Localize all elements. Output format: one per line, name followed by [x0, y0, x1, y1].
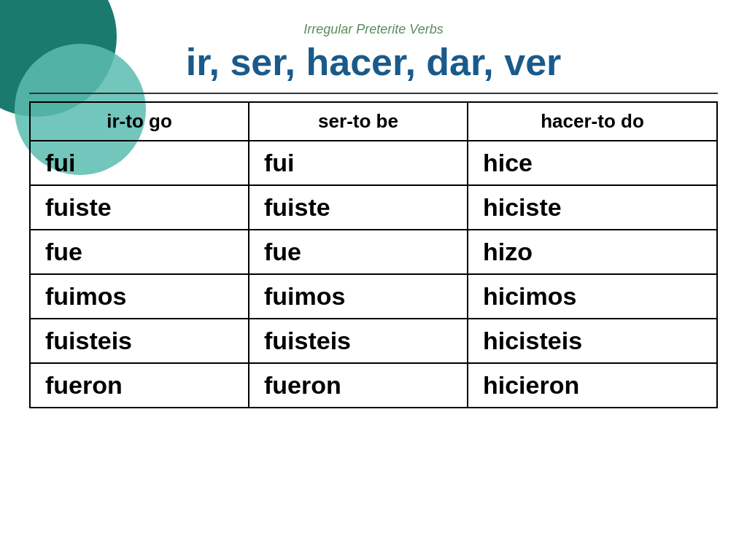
- column-header-ser: ser-to be: [249, 102, 468, 141]
- table-row: fuistefuistehiciste: [30, 185, 717, 230]
- main-title: ir, ser, hacer, dar, ver: [29, 40, 718, 84]
- cell-hacer-1: hiciste: [468, 185, 717, 230]
- table-row: fuisteisfuisteishicisteis: [30, 319, 717, 363]
- verb-conjugation-table: ir-to go ser-to be hacer-to do fuifuihic…: [29, 101, 718, 408]
- cell-ir-3: fuimos: [30, 274, 249, 319]
- table-row: fueronfueronhicieron: [30, 363, 717, 408]
- cell-ser-4: fuisteis: [249, 319, 468, 363]
- cell-hacer-5: hicieron: [468, 363, 717, 408]
- cell-ir-0: fui: [30, 141, 249, 185]
- table-header-row: ir-to go ser-to be hacer-to do: [30, 102, 717, 141]
- title-divider: [29, 93, 718, 94]
- cell-ir-2: fue: [30, 230, 249, 274]
- table-row: fuifuihice: [30, 141, 717, 185]
- cell-ser-2: fue: [249, 230, 468, 274]
- column-header-ir: ir-to go: [30, 102, 249, 141]
- cell-ir-5: fueron: [30, 363, 249, 408]
- cell-ir-1: fuiste: [30, 185, 249, 230]
- cell-hacer-0: hice: [468, 141, 717, 185]
- cell-ser-0: fui: [249, 141, 468, 185]
- column-header-hacer: hacer-to do: [468, 102, 717, 141]
- verb-table-container: ir-to go ser-to be hacer-to do fuifuihic…: [29, 101, 718, 408]
- cell-ser-5: fueron: [249, 363, 468, 408]
- table-row: fuimosfuimoshicimos: [30, 274, 717, 319]
- cell-ir-4: fuisteis: [30, 319, 249, 363]
- cell-hacer-3: hicimos: [468, 274, 717, 319]
- cell-ser-1: fuiste: [249, 185, 468, 230]
- cell-hacer-4: hicisteis: [468, 319, 717, 363]
- subtitle: Irregular Preterite Verbs: [29, 22, 718, 37]
- cell-ser-3: fuimos: [249, 274, 468, 319]
- table-row: fuefuehizo: [30, 230, 717, 274]
- cell-hacer-2: hizo: [468, 230, 717, 274]
